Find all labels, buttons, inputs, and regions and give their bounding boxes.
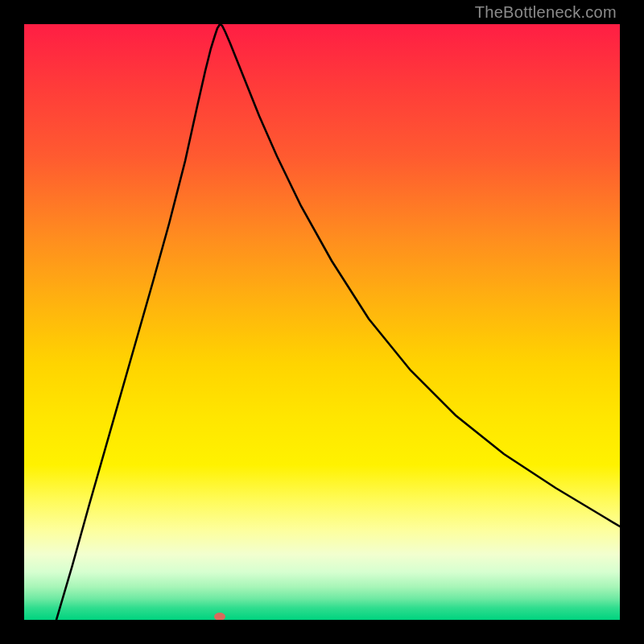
curve-layer xyxy=(24,24,620,620)
chart-frame: TheBottleneck.com xyxy=(0,0,644,644)
plot-area xyxy=(24,24,620,620)
minimum-marker xyxy=(214,613,225,620)
curve-path xyxy=(56,24,620,620)
watermark-text: TheBottleneck.com xyxy=(475,3,617,22)
